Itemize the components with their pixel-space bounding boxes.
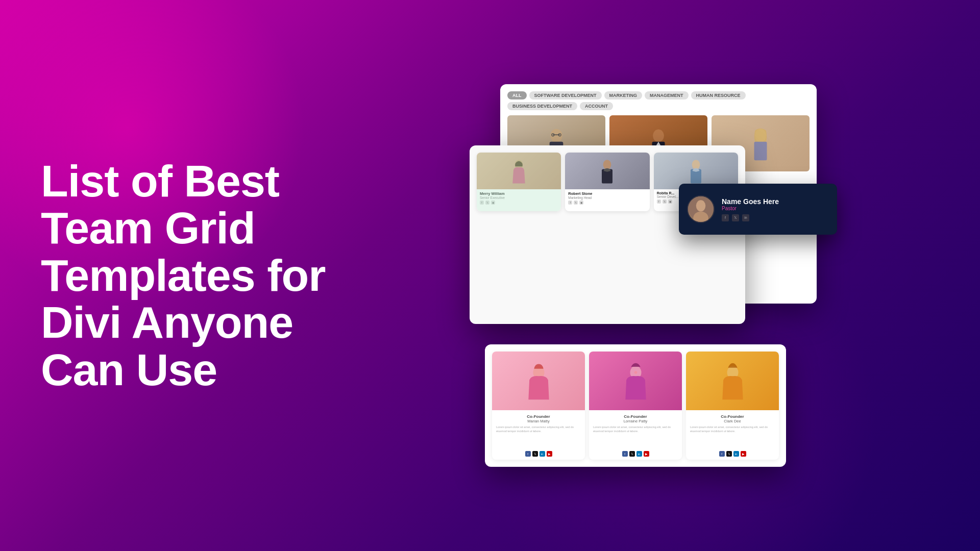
tab-marketing[interactable]: MARKETING xyxy=(604,91,643,99)
mockup-container: ALL SOFTWARE DEVELOPMENT MARKETING MANAG… xyxy=(470,84,827,467)
name-card-title: Name Goes Here xyxy=(722,197,829,206)
bottom-card-photo-3 xyxy=(686,352,779,410)
name-card-info: Name Goes Here Pastor f 𝕏 in xyxy=(722,197,829,221)
svg-point-18 xyxy=(696,200,706,211)
bottom-card-desc-3: Lorem ipsum dolor sit amet, consectetur … xyxy=(690,425,775,433)
left-section: List of Best Team Grid Templates for Div… xyxy=(41,158,357,393)
btm-fb-2: f xyxy=(622,451,628,457)
social-fb-3: f xyxy=(657,199,661,204)
name-card-socials: f 𝕏 in xyxy=(722,214,829,221)
right-section: ALL SOFTWARE DEVELOPMENT MARKETING MANAG… xyxy=(357,31,939,520)
mockup-name-card: Name Goes Here Pastor f 𝕏 in xyxy=(679,184,837,235)
bottom-card-body-1: Co-Founder Marian Matty Lorem ipsum dolo… xyxy=(492,410,585,448)
social-tw-3: 𝕏 xyxy=(663,199,667,204)
tab-account[interactable]: ACCOUNT xyxy=(580,102,613,110)
svg-point-22 xyxy=(634,371,637,374)
bottom-card-socials-1: f 𝕏 in ▶ xyxy=(492,451,585,460)
title-line-3: Templates for xyxy=(41,250,326,300)
bottom-card-body-3: Co-Founder Clark Dee Lorem ipsum dolor s… xyxy=(686,410,779,448)
bottom-card-desc-2: Lorem ipsum dolor sit amet, consectetur … xyxy=(593,425,678,433)
btm-fb-3: f xyxy=(719,451,725,457)
name-card-avatar xyxy=(687,195,715,223)
mid-card-socials-2: f 𝕏 ◉ xyxy=(568,201,646,205)
svg-point-6 xyxy=(653,130,664,142)
bottom-card-photo-2 xyxy=(589,352,682,410)
tab-all[interactable]: ALL xyxy=(507,91,527,99)
social-tw-2: 𝕏 xyxy=(574,201,578,205)
mid-card-photo-2 xyxy=(565,153,649,189)
title-line-2: Team Grid xyxy=(41,203,255,253)
tab-management[interactable]: MANAGEMENT xyxy=(645,91,689,99)
btm-yt-2: ▶ xyxy=(644,451,649,457)
svg-rect-11 xyxy=(754,142,767,161)
title-line-4: Divi Anyone xyxy=(41,297,293,347)
mid-card-name-2: Robert Stone xyxy=(568,191,646,196)
bottom-card-role-2: Co-Founder xyxy=(593,414,678,419)
name-card-tw-icon: 𝕏 xyxy=(732,214,739,221)
name-card-subtitle: Pastor xyxy=(722,206,829,211)
mockup-mid-card: Merry William Senior Executive f 𝕏 ◉ xyxy=(470,145,745,324)
btm-li-3: in xyxy=(733,451,739,457)
bottom-card-3: Co-Founder Clark Dee Lorem ipsum dolor s… xyxy=(686,352,779,460)
mid-card-footer-2: Robert Stone Marketing Head f 𝕏 ◉ xyxy=(565,189,649,207)
social-fb-2: f xyxy=(568,201,572,205)
mid-card-1: Merry William Senior Executive f 𝕏 ◉ xyxy=(477,153,561,211)
svg-point-13 xyxy=(603,160,611,169)
btm-yt-1: ▶ xyxy=(547,451,552,457)
title-line-1: List of Best xyxy=(41,156,279,206)
tab-bizdev[interactable]: BUSINESS DEVELOPMENT xyxy=(507,102,577,110)
bottom-card-desc-1: Lorem ipsum dolor sit amet, consectetur … xyxy=(496,425,581,433)
btm-fb-1: f xyxy=(525,451,531,457)
btm-li-2: in xyxy=(636,451,642,457)
bottom-card-1: Co-Founder Marian Matty Lorem ipsum dolo… xyxy=(492,352,585,460)
bottom-card-body-2: Co-Founder Lorraine Patty Lorem ipsum do… xyxy=(589,410,682,448)
title-line-5: Can Use xyxy=(41,344,217,395)
social-ig-3: ◉ xyxy=(668,199,672,204)
tab-software[interactable]: SOFTWARE DEVELOPMENT xyxy=(529,91,602,99)
mid-card-overlay-1 xyxy=(477,153,561,211)
bottom-card-socials-3: f 𝕏 in ▶ xyxy=(686,451,779,460)
tab-hr[interactable]: HUMAN RESOURCE xyxy=(691,91,746,99)
page-background: List of Best Team Grid Templates for Div… xyxy=(0,0,980,551)
bottom-card-name-1: Marian Matty xyxy=(496,419,581,423)
bottom-card-role-1: Co-Founder xyxy=(496,414,581,419)
svg-point-15 xyxy=(692,160,700,169)
name-card-fb-icon: f xyxy=(722,214,729,221)
btm-tw-1: 𝕏 xyxy=(532,451,538,457)
filter-tabs: ALL SOFTWARE DEVELOPMENT MARKETING MANAG… xyxy=(507,91,810,110)
bottom-card-role-3: Co-Founder xyxy=(690,414,775,419)
social-ig-2: ◉ xyxy=(579,201,583,205)
main-title: List of Best Team Grid Templates for Div… xyxy=(41,158,357,393)
bottom-card-socials-2: f 𝕏 in ▶ xyxy=(589,451,682,460)
btm-tw-3: 𝕏 xyxy=(726,451,732,457)
mid-card-2: Robert Stone Marketing Head f 𝕏 ◉ xyxy=(565,153,649,211)
btm-yt-3: ▶ xyxy=(741,451,746,457)
mockup-bottom-card: Co-Founder Marian Matty Lorem ipsum dolo… xyxy=(485,344,786,467)
bottom-card-photo-1 xyxy=(492,352,585,410)
btm-li-1: in xyxy=(540,451,545,457)
name-card-li-icon: in xyxy=(742,214,749,221)
btm-tw-2: 𝕏 xyxy=(629,451,635,457)
mid-card-role-2: Marketing Head xyxy=(568,196,646,199)
bottom-card-2: Co-Founder Lorraine Patty Lorem ipsum do… xyxy=(589,352,682,460)
bottom-card-name-2: Lorraine Patty xyxy=(593,419,678,423)
bottom-card-name-3: Clark Dee xyxy=(690,419,775,423)
